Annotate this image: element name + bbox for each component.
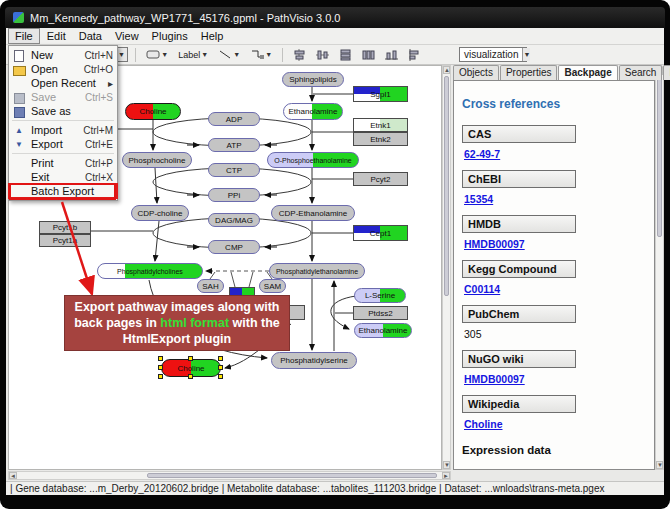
file-menu-item-label: New (31, 49, 84, 61)
pathway-node-pcyt1a[interactable]: Pcyt1a (39, 234, 91, 247)
file-menu-item-save[interactable]: SaveCtrl+S (9, 90, 117, 104)
pathway-node-sgpl1[interactable]: Sgpl1 (353, 86, 408, 102)
menu-view[interactable]: View (109, 29, 145, 43)
pathway-node-phosphatidylethanolamine[interactable]: Phosphatidylethanolamine (269, 263, 365, 279)
menu-help[interactable]: Help (195, 29, 230, 43)
align-bottom-icon (385, 49, 398, 61)
line-tool-button[interactable]: ▼ (215, 47, 243, 62)
scroll-down-icon[interactable]: ▼ (656, 461, 663, 469)
tab-properties[interactable]: Properties (500, 65, 558, 80)
pathway-node-ctp[interactable]: CTP (208, 163, 260, 177)
xref-value-kegg-compound[interactable]: C00114 (464, 283, 500, 295)
panel-vertical-scrollbar[interactable]: ▲ ▼ (655, 66, 664, 470)
pathway-node-o-phosphoethanolamine[interactable]: O-Phosphoethanolamine (267, 152, 359, 168)
datanode-icon (146, 49, 160, 60)
expression-data-heading: Expression data (462, 444, 646, 456)
menu-data[interactable]: Data (73, 29, 108, 43)
xref-value-chebi[interactable]: 15354 (464, 193, 493, 205)
pathway-node-cmp[interactable]: CMP (208, 240, 260, 254)
scroll-thumb[interactable] (147, 473, 437, 478)
pathvisio-app-icon (13, 12, 24, 23)
selection-handle[interactable] (218, 365, 223, 370)
pathway-node-l-serine[interactable]: L-Serine (354, 288, 406, 303)
align-center-x-button[interactable] (290, 47, 309, 63)
pathway-node-cept1[interactable]: Cept1 (353, 225, 408, 241)
scroll-down-icon[interactable]: ▼ (443, 461, 450, 469)
tab-legend[interactable]: Legend (663, 65, 670, 80)
tab-backpage[interactable]: Backpage (558, 65, 617, 80)
pathway-node-sah[interactable]: SAH (197, 279, 224, 293)
callout-text-green: html format (160, 316, 229, 330)
xref-value-pubchem: 305 (464, 328, 482, 340)
xref-value-nugo-wiki[interactable]: HMDB00097 (464, 373, 525, 385)
canvas-horizontal-scrollbar[interactable]: ◄ ► (8, 471, 451, 480)
scroll-right-icon[interactable]: ► (442, 472, 450, 479)
selection-handle[interactable] (158, 365, 163, 370)
visualization-combobox[interactable]: visualization ▼ (459, 47, 527, 62)
pathway-node-ethanolamine[interactable]: Ethanolamine (283, 103, 343, 120)
file-menu-item-save-as[interactable]: Save as (9, 104, 117, 118)
pathway-node-sphingolipids[interactable]: Sphingolipids (282, 72, 344, 87)
file-menu-item-print[interactable]: PrintCtrl+P (9, 156, 117, 170)
pathway-node-ptdss2[interactable]: Ptdss2 (353, 306, 408, 320)
align-left-button[interactable] (405, 47, 424, 63)
chevron-down-icon[interactable]: ▼ (161, 51, 168, 58)
file-menu-item-exit[interactable]: ExitCtrl+X (9, 170, 117, 184)
align-bottom-button[interactable] (382, 47, 401, 63)
title-bar[interactable]: Mm_Kennedy_pathway_WP1771_45176.gpml - P… (5, 7, 665, 28)
canvas-vertical-scrollbar[interactable]: ▲ ▼ (442, 65, 451, 470)
pathway-node-choline[interactable]: Choline (125, 103, 181, 120)
tab-objects[interactable]: Objects (453, 65, 499, 80)
pathway-node-etnk2[interactable]: Etnk2 (353, 132, 408, 146)
pathway-node-phosphocholine[interactable]: Phosphocholine (122, 152, 192, 168)
pathway-node-phosphatidylserine[interactable]: Phosphatidylserine (271, 352, 357, 369)
status-text: | Gene database: ...m_Derby_20120602.bri… (10, 483, 604, 494)
file-menu-item-open[interactable]: OpenCtrl+O (9, 62, 117, 76)
selection-handle[interactable] (158, 374, 163, 379)
selection-handle[interactable] (218, 374, 223, 379)
datanode-button[interactable]: ▼ (143, 47, 171, 62)
file-menu-item-label: Print (31, 157, 85, 169)
file-menu-item-export[interactable]: ExportCtrl+E (9, 137, 117, 151)
pathway-node-atp[interactable]: ATP (208, 138, 260, 152)
xref-value-cas[interactable]: 62-49-7 (464, 148, 500, 160)
file-menu-item-new[interactable]: NewCtrl+N (9, 48, 117, 62)
xref-value-wikipedia[interactable]: Choline (464, 418, 503, 430)
menu-file[interactable]: File (8, 28, 40, 44)
pathway-node-ppi[interactable]: PPi (208, 188, 260, 202)
selection-handle[interactable] (188, 356, 193, 361)
connector-tool-button[interactable]: ▼ (247, 47, 275, 62)
chevron-down-icon[interactable]: ▼ (265, 51, 272, 58)
scroll-up-icon[interactable]: ▲ (443, 66, 450, 74)
pathway-node-cdp-ethanolamine[interactable]: CDP-Ethanolamine (271, 205, 355, 221)
pathway-node-dag-mag[interactable]: DAG/MAG (208, 213, 260, 227)
pathway-node-adp[interactable]: ADP (208, 112, 260, 126)
chevron-down-icon[interactable]: ▼ (233, 51, 240, 58)
file-menu-item-import[interactable]: ImportCtrl+M (9, 123, 117, 137)
pathway-node-sam[interactable]: SAM (259, 279, 286, 293)
menu-edit[interactable]: Edit (41, 29, 72, 43)
selection-handle[interactable] (188, 374, 193, 379)
pathway-node-phosphatidylcholines[interactable]: Phosphatidylcholines (97, 263, 203, 279)
scroll-left-icon[interactable]: ◄ (9, 472, 17, 479)
pathway-node-etnk1[interactable]: Etnk1 (353, 118, 408, 132)
scroll-thumb[interactable] (657, 77, 662, 237)
xref-header-wikipedia: Wikipedia (462, 395, 576, 413)
file-menu-item-open-recent[interactable]: Open Recent▸ (9, 76, 117, 90)
stack-vertical-button[interactable] (336, 47, 355, 63)
pathway-node-ethanolamine[interactable]: Ethanolamine (354, 323, 412, 338)
align-center-y-button[interactable] (313, 47, 332, 63)
chevron-down-icon[interactable]: ▼ (201, 51, 208, 58)
scroll-thumb[interactable] (444, 76, 449, 296)
tab-search[interactable]: Search (619, 65, 663, 80)
pathway-node-pcyt1b[interactable]: Pcyt1b (39, 221, 91, 234)
selection-handle[interactable] (158, 356, 163, 361)
chevron-down-icon[interactable]: ▼ (522, 48, 530, 61)
stack-horizontal-button[interactable] (359, 47, 378, 63)
selection-handle[interactable] (218, 356, 223, 361)
pathway-node-cdp-choline[interactable]: CDP-choline (131, 205, 189, 221)
menu-plugins[interactable]: Plugins (146, 29, 194, 43)
pathway-node-pcyt2[interactable]: Pcyt2 (353, 172, 408, 186)
xref-value-hmdb[interactable]: HMDB00097 (464, 238, 525, 250)
label-button[interactable]: Label ▼ (175, 48, 211, 62)
